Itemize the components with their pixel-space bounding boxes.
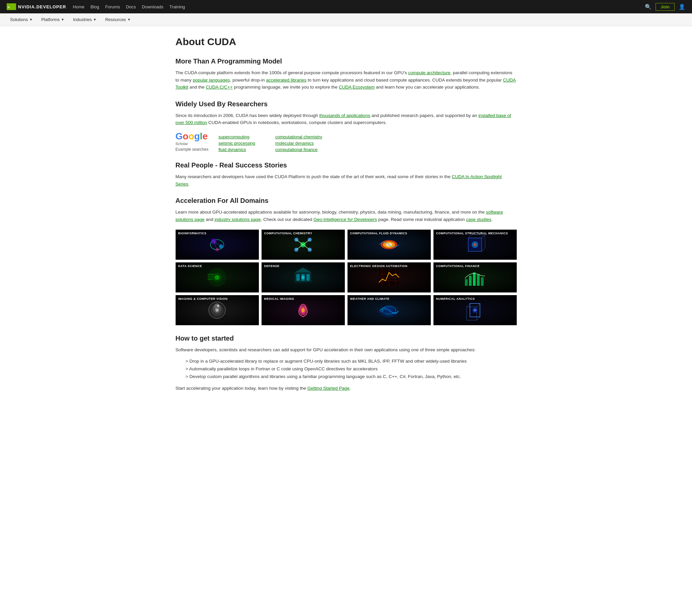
- svg-point-30: [215, 275, 219, 280]
- section1-text: The CUDA compute platform extends from t…: [175, 69, 517, 91]
- tile-label-imaging: IMAGING & COMPUTER VISION: [178, 297, 228, 301]
- bullet-1: Drop in a GPU-accelerated library to rep…: [182, 358, 517, 365]
- svg-rect-48: [481, 278, 484, 286]
- domain-tiles-grid: BIOINFORMATICS COMPUTATIONAL CHEMISTRY: [175, 229, 517, 325]
- tile-label-medical: MEDICAL IMAGING: [264, 297, 294, 301]
- bullet-3: Develop custom parallel algorithms and l…: [182, 373, 517, 381]
- spotlight-link[interactable]: CUDA In Action Spotlight Series: [175, 174, 502, 186]
- nav-forums[interactable]: Forums: [105, 4, 120, 9]
- nav-platforms[interactable]: Platforms ▼: [38, 15, 67, 24]
- imaging-visual: [204, 299, 230, 322]
- scholar-area: Google Scholar Example searches supercom…: [175, 132, 517, 152]
- svg-point-36: [301, 276, 305, 279]
- cuda-ecosystem-link[interactable]: CUDA Ecosystem: [339, 85, 375, 90]
- weather-visual: [376, 299, 402, 322]
- section5-heading: How to get started: [175, 335, 517, 342]
- top-nav-links: Home Blog Forums Docs Downloads Training: [73, 4, 185, 9]
- tile-label-weather: WEATHER AND CLIMATE: [350, 297, 390, 301]
- tile-cfd[interactable]: COMPUTATIONAL FLUID DYNAMICS: [348, 229, 431, 260]
- top-nav-right: 🔍 Join 👤: [645, 3, 685, 11]
- svg-line-63: [466, 304, 470, 307]
- nav-blog[interactable]: Blog: [91, 4, 99, 9]
- tile-imaging[interactable]: IMAGING & COMPUTER VISION: [175, 295, 259, 325]
- tile-bioinformatics[interactable]: BIOINFORMATICS: [175, 229, 259, 260]
- svg-point-54: [215, 308, 219, 312]
- geo-intel-link[interactable]: Geo-Intelligence for Developers: [313, 217, 377, 222]
- join-button[interactable]: Join: [655, 3, 675, 11]
- svg-rect-46: [473, 272, 476, 286]
- cuda-cpp-link[interactable]: CUDA C/C++: [206, 85, 232, 90]
- search-seismic[interactable]: seismic processing: [218, 141, 255, 146]
- cfd-visual: [376, 233, 402, 256]
- thousands-apps-link[interactable]: thousands of applications: [319, 113, 370, 118]
- search-icon[interactable]: 🔍: [645, 4, 652, 10]
- tile-data-science[interactable]: 01101001 10110100 01011010 DATA SCIENCE: [175, 262, 259, 292]
- nav-docs[interactable]: Docs: [126, 4, 136, 9]
- example-searches-label: Example searches: [175, 147, 209, 152]
- section4-heading: Acceleration For All Domains: [175, 197, 517, 204]
- industry-solutions-link[interactable]: industry solutions page: [215, 217, 261, 222]
- search-comp-chem[interactable]: computational chemistry: [275, 134, 322, 139]
- nav-home[interactable]: Home: [73, 4, 85, 9]
- bullet-list: Drop in a GPU-accelerated library to rep…: [182, 358, 517, 381]
- nav-downloads[interactable]: Downloads: [142, 4, 163, 9]
- compute-arch-link[interactable]: compute architecture: [408, 70, 450, 75]
- tile-csm[interactable]: COMPUTATIONAL STRUCTURAL MECHANICS: [434, 229, 517, 260]
- search-comp-finance[interactable]: computational finance: [275, 147, 322, 152]
- csm-visual: [462, 233, 488, 256]
- tile-label-cfd: COMPUTATIONAL FLUID DYNAMICS: [350, 232, 407, 235]
- comp-finance-visual: [462, 266, 488, 289]
- tile-label-defense: DEFENSE: [264, 264, 279, 268]
- svg-line-65: [477, 317, 480, 320]
- section1-heading: More Than A Programming Model: [175, 58, 517, 65]
- case-studies-link[interactable]: case studies: [466, 217, 491, 222]
- search-supercomputing[interactable]: supercomputing: [218, 134, 255, 139]
- tile-label-data-science: DATA SCIENCE: [178, 264, 202, 268]
- tile-medical[interactable]: MEDICAL IMAGING: [261, 295, 345, 325]
- svg-line-15: [303, 240, 310, 245]
- search-fluid-dynamics[interactable]: fluid dynamics: [218, 147, 255, 152]
- tile-weather[interactable]: WEATHER AND CLIMATE: [348, 295, 431, 325]
- acc-libraries-link[interactable]: accelerated libraries: [266, 78, 306, 83]
- search-mol-dynamics[interactable]: molecular dynamics: [275, 141, 322, 146]
- svg-rect-44: [465, 279, 467, 286]
- logo-area[interactable]: N NVIDIA.DEVELOPER: [7, 3, 66, 10]
- numerical-visual: [462, 299, 488, 322]
- bullet-2: Automatically parallelize loops in Fortr…: [182, 365, 517, 373]
- section3-text: Many researchers and developers have use…: [175, 173, 517, 188]
- user-icon[interactable]: 👤: [679, 4, 685, 10]
- svg-line-64: [477, 304, 480, 307]
- google-scholar-logo: Google Scholar Example searches: [175, 132, 209, 152]
- defense-visual: [290, 266, 316, 289]
- tile-defense[interactable]: DEFENSE: [261, 262, 345, 292]
- svg-line-16: [296, 245, 303, 250]
- nav-training[interactable]: Training: [170, 4, 185, 9]
- logo-text: NVIDIA.DEVELOPER: [18, 4, 66, 9]
- tile-comp-finance[interactable]: COMPUTATIONAL FINANCE: [434, 262, 517, 292]
- tile-eda[interactable]: ELECTRONIC DESIGN AUTOMATION: [348, 262, 431, 292]
- tile-label-numerical: NUMERICAL ANALYTICS: [436, 297, 475, 301]
- nav-resources[interactable]: Resources ▼: [102, 15, 134, 24]
- svg-point-57: [301, 308, 305, 312]
- tile-label-eda: ELECTRONIC DESIGN AUTOMATION: [350, 264, 408, 268]
- chevron-down-icon: ▼: [61, 18, 64, 21]
- section5-text2: Start accelerating your application toda…: [175, 385, 517, 392]
- section2-text: Since its introduction in 2006, CUDA has…: [175, 112, 517, 126]
- getting-started-link[interactable]: Getting Started Page: [307, 386, 350, 391]
- data-science-visual: 01101001 10110100 01011010: [204, 266, 230, 289]
- tile-label-bioinformatics: BIOINFORMATICS: [178, 232, 207, 235]
- nav-solutions[interactable]: Solutions ▼: [7, 15, 36, 24]
- section3-heading: Real People - Real Success Stories: [175, 161, 517, 169]
- search-col-1: supercomputing seismic processing fluid …: [218, 134, 255, 152]
- popular-langs-link[interactable]: popular languages: [193, 78, 230, 83]
- sec-nav: Solutions ▼ Platforms ▼ Industries ▼ Res…: [0, 14, 692, 26]
- tile-label-comp-chem: COMPUTATIONAL CHEMISTRY: [264, 232, 312, 235]
- svg-marker-32: [295, 267, 311, 272]
- nav-industries[interactable]: Industries ▼: [69, 15, 100, 24]
- tile-numerical[interactable]: NUMERICAL ANALYTICS: [434, 295, 517, 325]
- chevron-down-icon: ▼: [29, 18, 33, 21]
- svg-point-59: [385, 306, 393, 314]
- tile-comp-chem[interactable]: COMPUTATIONAL CHEMISTRY: [261, 229, 345, 260]
- section5-text: Software developers, scientists and rese…: [175, 346, 517, 354]
- search-col-2: computational chemistry molecular dynami…: [275, 134, 322, 152]
